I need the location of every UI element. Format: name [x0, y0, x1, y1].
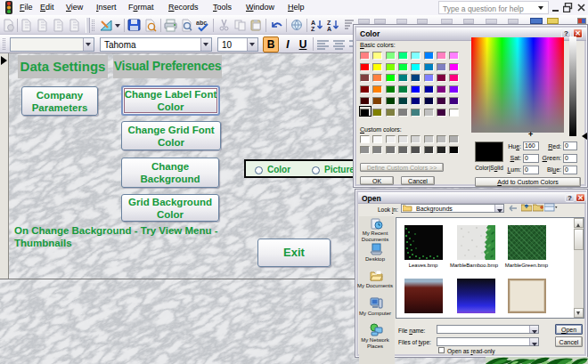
svg-text:A: A: [311, 20, 315, 26]
svg-text:Z: Z: [327, 20, 331, 26]
svg-text:A: A: [327, 26, 331, 32]
svg-text:abc: abc: [196, 20, 207, 26]
svg-text:Z: Z: [311, 26, 315, 32]
